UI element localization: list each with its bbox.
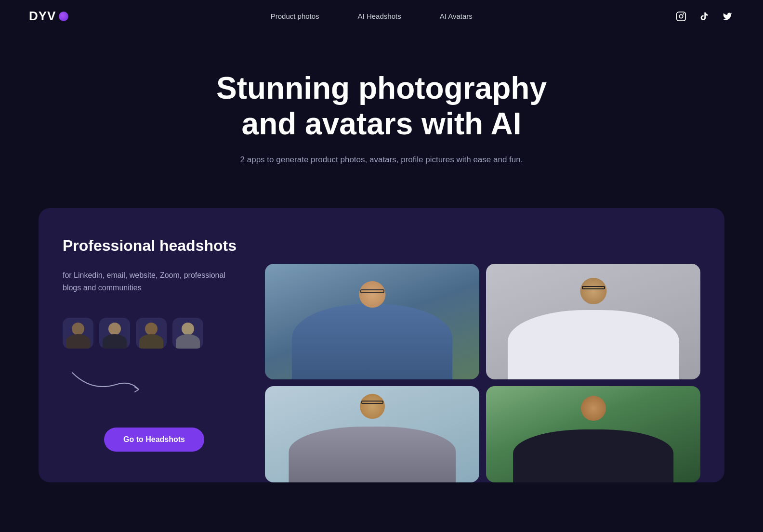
headshot-photo-1 [265,264,479,379]
arrow-decoration [67,363,246,399]
hero-subtext: 2 apps to generate product photos, avata… [237,155,526,165]
nav-ai-headshots[interactable]: AI Headshots [358,12,401,20]
logo-text: DYV [29,9,56,24]
instagram-icon[interactable] [674,10,688,23]
svg-point-2 [683,13,684,14]
avatar-4 [172,318,203,349]
logo-icon [59,12,68,21]
avatar-3 [136,318,167,349]
tiktok-icon[interactable] [697,10,711,23]
cta-area: Go to Headshots [63,399,246,452]
headshot-photo-4 [486,386,700,482]
card-description: for Linkedin, email, website, Zoom, prof… [63,269,246,294]
logo[interactable]: DYV [29,9,68,24]
nav-links: Product photos AI Headshots AI Avatars [271,12,473,21]
headshot-photo-3 [265,386,479,482]
svg-rect-0 [677,12,685,20]
social-icons [674,10,734,23]
go-to-headshots-button[interactable]: Go to Headshots [104,428,204,452]
nav-product-photos[interactable]: Product photos [271,12,319,20]
svg-point-1 [679,14,683,18]
hero-headline: Stunning photography and avatars with AI [189,71,574,142]
card-photo-grid [265,264,700,482]
twitter-icon[interactable] [721,10,734,23]
card-title: Professional headshots [63,237,246,255]
avatar-row [63,318,246,349]
headshots-card: Professional headshots for Linkedin, ema… [39,208,724,482]
navigation: DYV Product photos AI Headshots AI Avata… [0,0,763,32]
hero-section: Stunning photography and avatars with AI… [0,32,763,184]
headshot-photo-2 [486,264,700,379]
avatar-1 [63,318,93,349]
avatar-2 [99,318,130,349]
nav-ai-avatars[interactable]: AI Avatars [440,12,473,20]
card-content-left: Professional headshots for Linkedin, ema… [63,232,246,471]
